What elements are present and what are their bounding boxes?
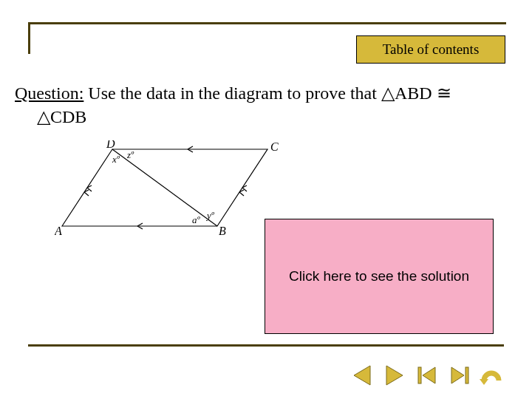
vertex-d: D [106,140,115,150]
question-text: Question: Use the data in the diagram to… [15,81,517,129]
triangle-2: CDB [50,107,86,126]
svg-marker-8 [480,379,488,385]
svg-line-1 [112,149,217,226]
question-label: Question: [15,83,83,103]
svg-marker-6 [451,367,464,383]
congruent-symbol: ≅ [432,83,451,103]
angle-z: zº [126,149,134,160]
back-icon [480,364,505,386]
nav-last[interactable] [446,362,473,389]
nav-bar [349,362,505,389]
vertex-b: B [219,225,226,236]
svg-rect-7 [466,367,468,383]
nav-return[interactable] [479,362,505,389]
slide: Table of contents Question: Use the data… [0,0,532,399]
nav-prev[interactable] [349,362,375,389]
toc-label: Table of contents [383,41,480,58]
nav-first[interactable] [414,362,440,389]
triangle-icon: △ [37,105,50,129]
question-body-1: Use the data in the diagram to prove tha… [83,83,381,103]
frame-bottom [28,344,504,347]
vertex-c: C [270,140,279,153]
next-icon [383,364,406,386]
angle-a: aº [192,214,201,225]
svg-marker-5 [423,367,435,383]
prev-icon [351,364,373,386]
nav-next[interactable] [381,362,408,389]
parallelogram-diagram: D C A B xº zº aº yº [55,140,284,236]
svg-marker-2 [354,366,370,385]
svg-marker-3 [386,366,403,385]
svg-rect-4 [418,367,421,383]
angle-y: yº [205,210,215,221]
triangle-icon: △ [381,81,395,105]
solution-prompt: Click here to see the solution [289,268,469,284]
triangle-1: ABD [395,83,432,103]
last-icon [449,364,471,386]
toc-button[interactable]: Table of contents [356,35,505,64]
solution-button[interactable]: Click here to see the solution [265,219,494,334]
angle-x: xº [112,154,120,165]
vertex-a: A [55,225,62,236]
first-icon [416,364,438,386]
